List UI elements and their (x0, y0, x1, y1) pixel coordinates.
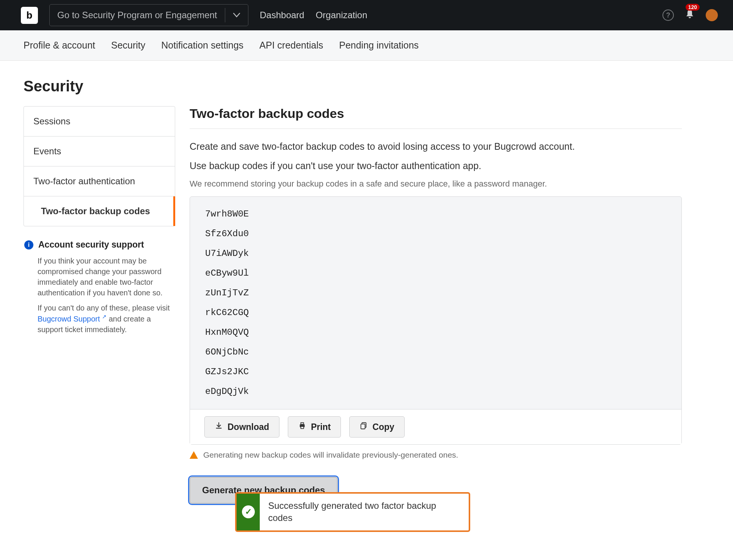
section-paragraph-2: Use backup codes if you can't use your t… (190, 160, 682, 171)
help-icon[interactable]: ? (662, 9, 674, 21)
print-icon (298, 422, 306, 432)
tab-notification-settings[interactable]: Notification settings (161, 40, 243, 51)
notifications-count-badge: 120 (686, 4, 700, 11)
section-title: Two-factor backup codes (190, 106, 682, 129)
backup-code: U7iAWDyk (205, 249, 666, 258)
support-title: Account security support (38, 240, 144, 250)
section-paragraph-1: Create and save two-factor backup codes … (190, 141, 682, 152)
backup-code: 7wrh8W0E (205, 210, 666, 219)
codes-actions: Download Print Copy (190, 409, 681, 444)
chevron-down-icon[interactable] (225, 13, 248, 17)
section-note: We recommend storing your backup codes i… (190, 179, 682, 189)
support-text-2: If you can't do any of these, please vis… (38, 303, 174, 335)
toast-icon-wrap: ✓ (237, 494, 260, 530)
success-toast: ✓ Successfully generated two factor back… (235, 492, 470, 532)
nav-dashboard[interactable]: Dashboard (260, 10, 304, 20)
program-selector[interactable]: Go to Security Program or Engagement (49, 4, 248, 26)
tab-profile-account[interactable]: Profile & account (24, 40, 95, 51)
sidebar-item-sessions[interactable]: Sessions (24, 107, 175, 136)
bugcrowd-support-link[interactable]: Bugcrowd Support ↗ (38, 315, 107, 323)
warning-icon (190, 451, 198, 459)
warning-row: Generating new backup codes will invalid… (190, 450, 682, 460)
download-button[interactable]: Download (204, 416, 279, 438)
tab-pending-invitations[interactable]: Pending invitations (339, 40, 419, 51)
sidebar-item-two-factor-auth[interactable]: Two-factor authentication (24, 166, 175, 196)
backup-code: HxnM0QVQ (205, 328, 666, 337)
svg-rect-1 (301, 423, 303, 425)
support-text-1: If you think your account may be comprom… (38, 256, 174, 298)
sidebar-list: Sessions Events Two-factor authenticatio… (24, 106, 175, 226)
sidebar-item-events[interactable]: Events (24, 136, 175, 166)
sidebar-item-backup-codes[interactable]: Two-factor backup codes (24, 196, 175, 226)
backup-code: Sfz6Xdu0 (205, 229, 666, 238)
avatar[interactable] (706, 9, 718, 21)
info-icon: i (24, 240, 33, 249)
download-label: Download (228, 422, 269, 432)
backup-code: zUnIjTvZ (205, 289, 666, 298)
backup-codes-card: 7wrh8W0E Sfz6Xdu0 U7iAWDyk eCByw9Ul zUnI… (190, 196, 682, 445)
top-nav: b Go to Security Program or Engagement D… (0, 0, 733, 30)
notifications-button[interactable]: 120 (685, 9, 694, 22)
brand-logo[interactable]: b (21, 7, 38, 24)
bell-icon (685, 10, 694, 21)
download-icon (215, 422, 223, 432)
backup-code: rkC62CGQ (205, 308, 666, 317)
support-text-2a: If you can't do any of these, please vis… (38, 304, 170, 312)
warning-text: Generating new backup codes will invalid… (203, 450, 458, 460)
support-callout: i Account security support If you think … (24, 240, 175, 335)
check-icon: ✓ (242, 505, 255, 518)
backup-code: GZJs2JKC (205, 367, 666, 376)
backup-code: 6ONjCbNc (205, 348, 666, 357)
backup-code: eCByw9Ul (205, 269, 666, 278)
tab-api-credentials[interactable]: API credentials (259, 40, 323, 51)
sidebar: Sessions Events Two-factor authenticatio… (24, 106, 175, 335)
copy-icon (359, 422, 368, 432)
toast-message: Successfully generated two factor backup… (260, 494, 469, 530)
sub-nav: Profile & account Security Notification … (0, 30, 733, 61)
backup-codes-list: 7wrh8W0E Sfz6Xdu0 U7iAWDyk eCByw9Ul zUnI… (190, 197, 681, 409)
page-title: Security (24, 78, 682, 95)
copy-label: Copy (372, 422, 394, 432)
print-label: Print (311, 422, 331, 432)
program-selector-placeholder: Go to Security Program or Engagement (50, 10, 225, 20)
svg-rect-2 (301, 427, 303, 429)
tab-security[interactable]: Security (111, 40, 145, 51)
nav-organization[interactable]: Organization (315, 10, 367, 20)
main-content: Two-factor backup codes Create and save … (190, 106, 682, 532)
print-button[interactable]: Print (288, 416, 341, 438)
copy-button[interactable]: Copy (349, 416, 405, 438)
backup-code: eDgDQjVk (205, 387, 666, 396)
svg-rect-4 (361, 424, 365, 429)
external-link-icon: ↗ (102, 314, 107, 320)
